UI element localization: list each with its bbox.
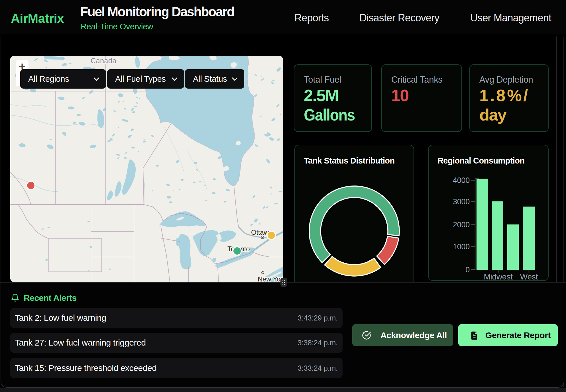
svg-text:4000: 4000 — [453, 176, 470, 185]
svg-text:0: 0 — [465, 266, 470, 274]
svg-text:New York: New York — [258, 275, 283, 282]
svg-text:2000: 2000 — [453, 220, 470, 229]
svg-text:Canada: Canada — [91, 57, 117, 65]
svg-text:Midwest: Midwest — [484, 272, 512, 281]
svg-text:1000: 1000 — [453, 242, 470, 251]
svg-text:3000: 3000 — [453, 197, 470, 206]
svg-text:West: West — [520, 272, 538, 281]
